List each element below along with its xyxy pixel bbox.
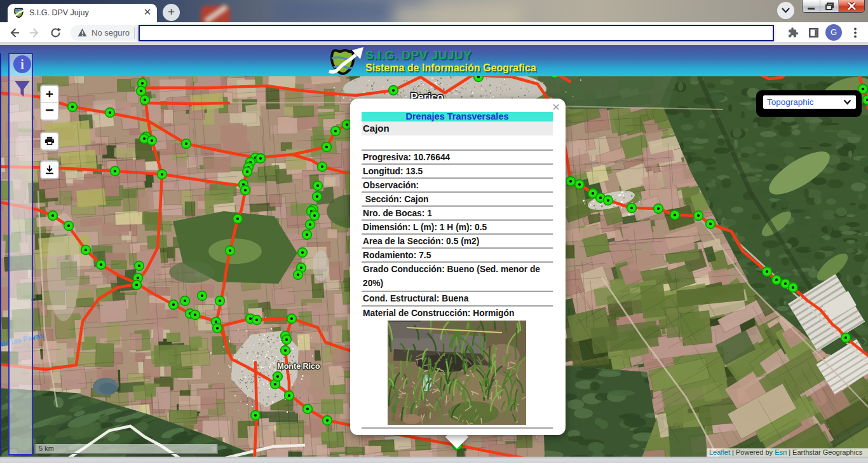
svg-text:Monte Rico: Monte Rico: [277, 362, 320, 371]
